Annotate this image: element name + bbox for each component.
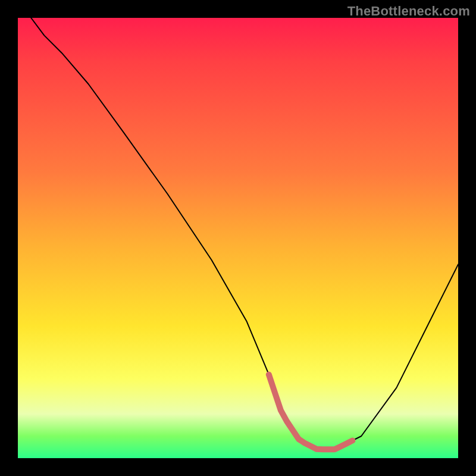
curve-layer	[18, 18, 458, 458]
optimal-range-marker	[269, 374, 353, 449]
curve-line	[31, 18, 458, 449]
chart-root: TheBottleneck.com	[0, 0, 476, 476]
plot-area	[18, 18, 458, 458]
watermark-text: TheBottleneck.com	[347, 4, 470, 19]
